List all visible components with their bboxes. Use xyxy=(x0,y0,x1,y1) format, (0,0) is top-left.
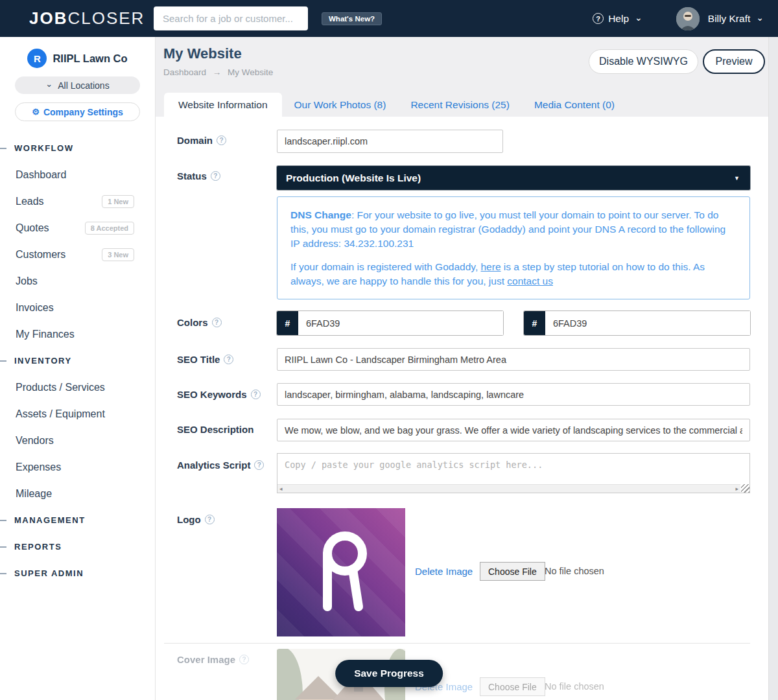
domain-input[interactable] xyxy=(277,130,503,153)
page-title: My Website xyxy=(163,45,242,62)
dns-here-link[interactable]: here xyxy=(481,261,501,272)
breadcrumb-arrow-icon: → xyxy=(213,67,222,77)
color-input-group-1: # xyxy=(277,311,503,335)
domain-label: Domain? xyxy=(177,135,226,146)
sidebar-section-super-admin[interactable]: SUPER ADMIN xyxy=(0,560,155,587)
company-settings-label: Company Settings xyxy=(43,107,123,117)
colors-help-icon[interactable]: ? xyxy=(212,318,222,327)
seo-title-help-icon[interactable]: ? xyxy=(224,355,233,364)
all-locations-dropdown[interactable]: ⌄ All Locations xyxy=(15,76,140,94)
color-input-1[interactable] xyxy=(298,311,503,335)
hex-prefix: # xyxy=(277,311,298,335)
company-avatar: R xyxy=(27,49,47,68)
preview-button[interactable]: Preview xyxy=(703,49,765,74)
whats-new-button[interactable]: What's New? xyxy=(322,12,382,25)
sidebar-item-quotes[interactable]: Quotes8 Accepted xyxy=(0,215,155,241)
user-avatar[interactable] xyxy=(676,7,700,30)
sidebar-item-vendors[interactable]: Vendors xyxy=(0,427,155,454)
status-label: Status? xyxy=(177,170,220,182)
sidebar-item-invoices[interactable]: Invoices xyxy=(0,294,155,321)
seo-title-input[interactable] xyxy=(277,348,750,371)
cover-choose-file-button[interactable]: Choose File xyxy=(480,677,545,696)
seo-keywords-help-icon[interactable]: ? xyxy=(251,390,261,399)
breadcrumb-dashboard[interactable]: Dashboard xyxy=(163,67,206,77)
analytics-script-field: ◂ ▸ xyxy=(277,453,750,493)
chevron-down-icon[interactable]: ⌄ xyxy=(635,14,642,21)
sidebar-section-reports[interactable]: REPORTS xyxy=(0,533,155,560)
tab-recent-revisions[interactable]: Recent Revisions (25) xyxy=(398,93,521,117)
jobcloser-logo[interactable]: JOBCLOSER xyxy=(29,8,145,29)
logo-delete-image-link[interactable]: Delete Image xyxy=(415,566,473,577)
section-divider xyxy=(164,643,750,644)
seo-title-label: SEO Title? xyxy=(177,354,233,366)
all-locations-label: All Locations xyxy=(58,80,109,91)
tab-website-information[interactable]: Website Information xyxy=(164,93,282,117)
avatar-photo xyxy=(676,7,700,30)
quotes-badge: 8 Accepted xyxy=(85,222,134,235)
status-select[interactable]: Production (Website Is Live) ▼ xyxy=(277,166,750,190)
global-search-input[interactable] xyxy=(154,6,308,30)
seo-keywords-input[interactable] xyxy=(277,383,750,406)
gear-icon: ⚙ xyxy=(32,107,40,117)
disable-wysiwyg-button[interactable]: Disable WYSIWYG xyxy=(589,49,698,74)
hex-prefix: # xyxy=(524,311,545,335)
sidebar-item-customers[interactable]: Customers3 New xyxy=(0,241,155,268)
colors-label: Colors? xyxy=(177,317,222,329)
logo-bold-text: JOB xyxy=(29,8,67,28)
sidebar-item-leads[interactable]: Leads1 New xyxy=(0,188,155,215)
company-settings-button[interactable]: ⚙ Company Settings xyxy=(15,102,140,121)
company-header: R RIIPL Lawn Co xyxy=(0,49,155,68)
dns-change-notice: DNS Change: For your website to go live,… xyxy=(277,196,750,299)
breadcrumb: Dashboard → My Website xyxy=(163,67,273,77)
riipl-r-logo xyxy=(277,508,405,636)
logo-preview-image xyxy=(277,508,405,636)
sidebar-item-expenses[interactable]: Expenses xyxy=(0,454,155,480)
sidebar-section-inventory[interactable]: INVENTORY xyxy=(0,347,155,374)
select-caret-icon: ▼ xyxy=(734,175,740,181)
analytics-help-icon[interactable]: ? xyxy=(254,460,264,470)
website-information-panel: Domain? Status? Production (Website Is L… xyxy=(156,117,768,700)
tab-media-content[interactable]: Media Content (0) xyxy=(522,93,627,117)
color-input-2[interactable] xyxy=(545,311,750,335)
sidebar-item-my-finances[interactable]: My Finances xyxy=(0,321,155,347)
color-input-group-2: # xyxy=(524,311,750,335)
user-menu[interactable]: Billy Kraft xyxy=(708,13,750,25)
tab-our-work-photos[interactable]: Our Work Photos (8) xyxy=(282,93,399,117)
save-progress-button[interactable]: Save Progress xyxy=(335,660,443,687)
sidebar-nav: WORKFLOW Dashboard Leads1 New Quotes8 Ac… xyxy=(0,135,155,587)
sidebar-item-products-services[interactable]: Products / Services xyxy=(0,374,155,401)
logo-label: Logo? xyxy=(177,514,215,526)
vertical-scrollbar[interactable] xyxy=(768,37,778,700)
domain-help-icon[interactable]: ? xyxy=(217,135,226,145)
resize-grip[interactable] xyxy=(741,484,749,493)
sidebar-item-jobs[interactable]: Jobs xyxy=(0,268,155,294)
breadcrumb-current: My Website xyxy=(228,67,273,77)
scroll-left-arrow-icon[interactable]: ◂ xyxy=(279,486,283,492)
sidebar: R RIIPL Lawn Co ⌄ All Locations ⚙ Compan… xyxy=(0,37,156,700)
page-header: My Website Dashboard → My Website Disabl… xyxy=(156,37,768,117)
dns-contact-us-link[interactable]: contact us xyxy=(507,275,553,286)
chevron-down-icon: ⌄ xyxy=(45,79,53,89)
logo-light-text: CLOSER xyxy=(67,8,145,28)
scroll-right-arrow-icon[interactable]: ▸ xyxy=(735,486,738,492)
seo-description-input[interactable] xyxy=(277,419,750,441)
status-help-icon[interactable]: ? xyxy=(211,171,220,181)
chevron-down-icon[interactable]: ⌄ xyxy=(756,14,764,21)
horizontal-scrollbar[interactable]: ◂ ▸ xyxy=(277,484,740,493)
company-name: RIIPL Lawn Co xyxy=(53,52,127,65)
sidebar-item-dashboard[interactable]: Dashboard xyxy=(0,161,155,188)
logo-choose-file-button[interactable]: Choose File xyxy=(480,562,545,581)
help-menu[interactable]: Help xyxy=(608,13,629,25)
cover-image-label: Cover Image? xyxy=(177,654,249,666)
sidebar-section-management[interactable]: MANAGEMENT xyxy=(0,507,155,533)
sidebar-item-mileage[interactable]: Mileage xyxy=(0,480,155,507)
tab-bar: Website Information Our Work Photos (8) … xyxy=(164,93,627,117)
cover-image-help-icon[interactable]: ? xyxy=(239,655,249,664)
top-navbar: JOBCLOSER What's New? ? Help ⌄ Billy Kra… xyxy=(0,0,778,37)
leads-badge: 1 New xyxy=(102,195,134,208)
logo-help-icon[interactable]: ? xyxy=(205,515,215,524)
sidebar-item-assets-equipment[interactable]: Assets / Equipment xyxy=(0,401,155,427)
sidebar-section-workflow[interactable]: WORKFLOW xyxy=(0,135,155,161)
seo-description-label: SEO Description xyxy=(177,424,253,435)
help-circle-icon: ? xyxy=(593,13,604,24)
